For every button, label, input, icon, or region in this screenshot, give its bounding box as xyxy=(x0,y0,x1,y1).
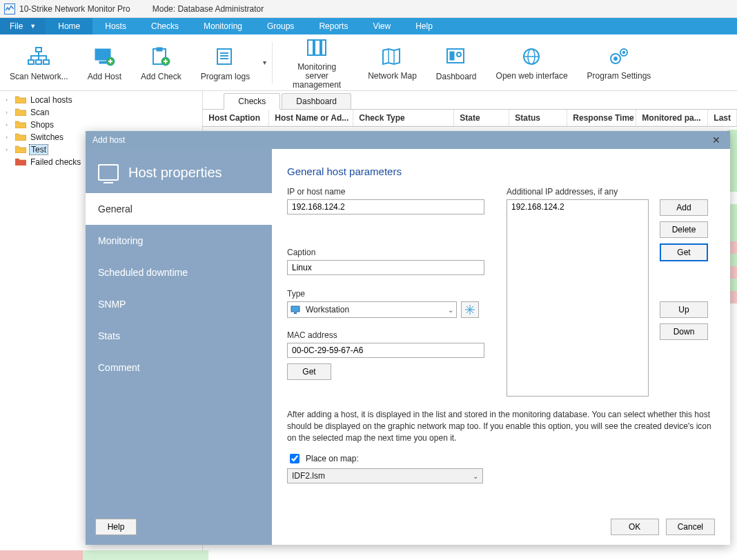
place-on-map-input[interactable] xyxy=(290,454,299,463)
toolbar-logs-dropdown[interactable]: ▾ xyxy=(259,49,269,77)
dialog-titlebar: Add host ✕ xyxy=(86,131,730,149)
side-monitoring[interactable]: Monitoring xyxy=(86,225,272,257)
dialog-sidebar: Host properties General Monitoring Sched… xyxy=(86,149,272,545)
toolbar-settings[interactable]: Program Settings xyxy=(578,40,661,85)
mode-label: Mode: Database Administrator xyxy=(153,4,264,14)
col-state[interactable]: State xyxy=(454,110,509,126)
folder-icon xyxy=(15,108,26,118)
add-button[interactable]: Add xyxy=(660,199,708,216)
place-on-map-checkbox[interactable]: Place on map: xyxy=(287,452,715,466)
network-icon xyxy=(26,44,51,69)
tree-item[interactable]: ›Local hosts xyxy=(0,94,202,106)
mac-get-button[interactable]: Get xyxy=(287,363,331,380)
cancel-button[interactable]: Cancel xyxy=(666,519,715,535)
workstation-icon xyxy=(291,306,300,314)
ip-label: IP or host name xyxy=(287,187,484,197)
toolbar-network-map[interactable]: Network Map xyxy=(358,40,426,85)
col-monitored[interactable]: Monitored pa... xyxy=(636,110,708,126)
mac-input[interactable] xyxy=(287,343,484,358)
close-icon[interactable]: ✕ xyxy=(709,133,723,147)
globe-icon xyxy=(520,44,544,69)
toolbar: Scan Network... Add Host Add Check Progr… xyxy=(0,34,737,91)
monitor-icon xyxy=(98,164,119,181)
svg-rect-15 xyxy=(157,48,162,51)
svg-point-35 xyxy=(613,57,617,60)
addl-ip-label: Additional IP addresses, if any xyxy=(507,187,715,197)
menu-checks[interactable]: Checks xyxy=(139,18,191,34)
svg-rect-4 xyxy=(36,60,41,64)
toolbar-add-host[interactable]: Add Host xyxy=(78,40,131,86)
tree-item-label: Local hosts xyxy=(29,95,74,105)
toolbar-open-web[interactable]: Open web interface xyxy=(487,40,578,85)
menu-view[interactable]: View xyxy=(360,18,403,34)
col-host-caption[interactable]: Host Caption xyxy=(203,110,269,126)
dialog-title: Add host xyxy=(92,135,125,145)
addl-ip-list[interactable]: 192.168.124.2 xyxy=(507,199,649,397)
svg-rect-38 xyxy=(291,306,299,312)
up-button[interactable]: Up xyxy=(660,301,708,318)
map-select[interactable]: IDF2.lsm ⌄ xyxy=(287,468,483,483)
down-button[interactable]: Down xyxy=(660,323,708,340)
svg-rect-25 xyxy=(322,40,326,55)
type-extra-button[interactable] xyxy=(461,301,479,318)
svg-rect-24 xyxy=(315,40,320,55)
help-button[interactable]: Help xyxy=(95,519,137,535)
tree-item-label: Switches xyxy=(29,132,65,142)
col-status[interactable]: Status xyxy=(509,110,567,126)
svg-point-37 xyxy=(622,51,625,54)
tree-item[interactable]: ›Scan xyxy=(0,106,202,119)
side-stats[interactable]: Stats xyxy=(86,320,272,352)
get-button[interactable]: Get xyxy=(660,243,708,261)
ip-input[interactable] xyxy=(287,199,484,214)
side-general[interactable]: General xyxy=(86,193,272,225)
svg-rect-39 xyxy=(294,312,297,314)
chevron-down-icon: ▼ xyxy=(30,23,36,30)
section-title: General host parameters xyxy=(287,166,715,177)
svg-rect-29 xyxy=(450,52,454,60)
status-strip-green xyxy=(83,550,208,560)
gears-icon xyxy=(607,44,631,69)
toolbar-program-logs[interactable]: Program logs xyxy=(191,40,259,86)
add-host-dialog: Add host ✕ Host properties General Monit… xyxy=(86,131,730,545)
tree-item-label: Failed checks xyxy=(29,157,82,167)
caption-input[interactable] xyxy=(287,260,484,275)
col-check-type[interactable]: Check Type xyxy=(353,110,454,126)
add-check-icon xyxy=(148,44,173,69)
col-response[interactable]: Response Time xyxy=(567,110,636,126)
expander-icon[interactable]: › xyxy=(6,97,12,103)
type-select[interactable]: Workstation ⌄ xyxy=(287,301,457,318)
chevron-down-icon: ⌄ xyxy=(473,472,478,480)
tab-dashboard[interactable]: Dashboard xyxy=(282,93,351,109)
menu-help[interactable]: Help xyxy=(403,18,445,34)
tree-item-label: Scan xyxy=(29,108,50,117)
col-last[interactable]: Last xyxy=(708,110,737,126)
title-bar: 10-Strike Network Monitor Pro Mode: Data… xyxy=(0,0,737,18)
menu-home[interactable]: Home xyxy=(46,18,92,34)
expander-icon[interactable]: › xyxy=(6,146,12,153)
delete-button[interactable]: Delete xyxy=(660,221,708,238)
tab-checks[interactable]: Checks xyxy=(224,93,280,110)
svg-rect-5 xyxy=(43,60,49,64)
add-host-icon xyxy=(92,44,117,69)
expander-icon[interactable]: › xyxy=(6,109,12,116)
toolbar-add-check[interactable]: Add Check xyxy=(131,40,191,86)
side-downtime[interactable]: Scheduled downtime xyxy=(86,257,272,288)
side-comment[interactable]: Comment xyxy=(86,352,272,383)
dashboard-icon xyxy=(444,44,469,69)
expander-icon[interactable]: › xyxy=(6,121,12,128)
menu-monitoring[interactable]: Monitoring xyxy=(191,18,255,34)
toolbar-dashboard[interactable]: Dashboard xyxy=(426,40,487,86)
ok-button[interactable]: OK xyxy=(611,519,659,535)
toolbar-scan-network[interactable]: Scan Network... xyxy=(0,40,78,86)
toolbar-mon-server[interactable]: Monitoring server management xyxy=(275,31,358,94)
svg-rect-3 xyxy=(28,60,34,64)
col-host-name[interactable]: Host Name or Ad... xyxy=(269,110,353,126)
side-snmp[interactable]: SNMP xyxy=(86,288,272,320)
folder-icon xyxy=(15,132,26,143)
menu-file[interactable]: File ▼ xyxy=(0,18,46,34)
menu-hosts[interactable]: Hosts xyxy=(92,18,139,34)
tree-item[interactable]: ›Shops xyxy=(0,119,202,131)
folder-icon xyxy=(15,145,26,155)
expander-icon[interactable]: › xyxy=(6,134,12,141)
folder-icon xyxy=(15,120,26,130)
